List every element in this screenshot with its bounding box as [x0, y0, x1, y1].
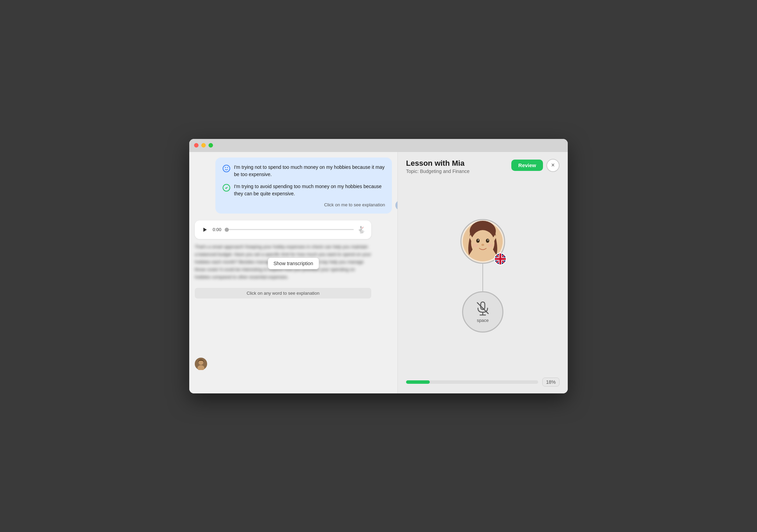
choice-item-1[interactable]: I'm trying not to spend too much money o… [222, 164, 385, 178]
explanation-link[interactable]: Click on me to see explanation [222, 202, 385, 207]
progress-section: 18% [406, 378, 559, 387]
svg-point-13 [478, 239, 479, 240]
microphone-off-icon [475, 301, 490, 316]
svg-point-11 [476, 239, 480, 243]
show-transcription-button[interactable]: Show transcription [268, 258, 319, 269]
mic-circle[interactable]: space [462, 291, 503, 333]
audio-thumb [225, 228, 229, 232]
lesson-title: Lesson with Mia [406, 159, 469, 168]
svg-point-17 [488, 244, 493, 247]
left-panel: I'm trying not to spend too much money o… [189, 152, 397, 393]
space-label: space [477, 318, 489, 323]
word-explanation-bar: Click on any word to see explanation [195, 288, 371, 298]
progress-bar-fill [406, 380, 430, 384]
titlebar [189, 139, 568, 152]
right-panel: Lesson with Mia Topic: Budgeting and Fin… [397, 152, 568, 393]
mia-avatar-container [460, 219, 505, 264]
lesson-topic: Topic: Budgeting and Finance [406, 169, 469, 174]
svg-point-14 [488, 239, 489, 240]
bubble-tail-avatar [395, 200, 397, 210]
avatar-diagram: space [406, 181, 559, 371]
choice-bubble: I'm trying not to spend too much money o… [215, 158, 392, 214]
audio-player: 0:00 🐇 [195, 220, 371, 239]
svg-marker-4 [203, 228, 207, 232]
lesson-info: Lesson with Mia Topic: Budgeting and Fin… [406, 159, 469, 174]
svg-point-15 [481, 244, 484, 246]
check-circle-icon [222, 184, 231, 192]
svg-point-10 [471, 230, 494, 256]
audio-progress-bar[interactable] [225, 229, 354, 230]
svg-point-16 [472, 244, 478, 247]
progress-percent: 18% [542, 378, 559, 387]
svg-point-12 [486, 239, 489, 243]
choice-text-1: I'm trying not to spend too much money o… [234, 164, 385, 178]
play-button[interactable] [200, 225, 209, 234]
review-button[interactable]: Review [511, 160, 543, 171]
progress-bar-container [406, 380, 538, 384]
audio-time: 0:00 [213, 227, 221, 232]
lesson-header: Lesson with Mia Topic: Budgeting and Fin… [406, 159, 559, 174]
close-button[interactable]: × [546, 159, 559, 172]
close-icon: × [551, 162, 555, 169]
choice-item-2[interactable]: I'm trying to avoid spending too much mo… [222, 183, 385, 197]
minimize-traffic-light[interactable] [201, 143, 206, 148]
connector-line [482, 264, 483, 291]
choice-text-2: I'm trying to avoid spending too much mo… [234, 183, 385, 197]
user-avatar [195, 358, 207, 371]
ai-message-area: That's a smart approach! Keeping your ho… [195, 243, 371, 284]
content-area: I'm trying not to spend too much money o… [189, 152, 568, 393]
fullscreen-traffic-light[interactable] [209, 143, 213, 148]
svg-point-0 [223, 165, 230, 172]
app-window: I'm trying not to spend too much money o… [189, 139, 568, 393]
rabbit-icon[interactable]: 🐇 [357, 226, 366, 234]
uk-flag-badge [494, 253, 507, 265]
progress-row: 18% [406, 378, 559, 387]
close-traffic-light[interactable] [194, 143, 199, 148]
word-explanation-text: Click on any word to see explanation [247, 291, 320, 296]
smiley-icon [222, 164, 231, 173]
header-buttons: Review × [511, 159, 559, 172]
